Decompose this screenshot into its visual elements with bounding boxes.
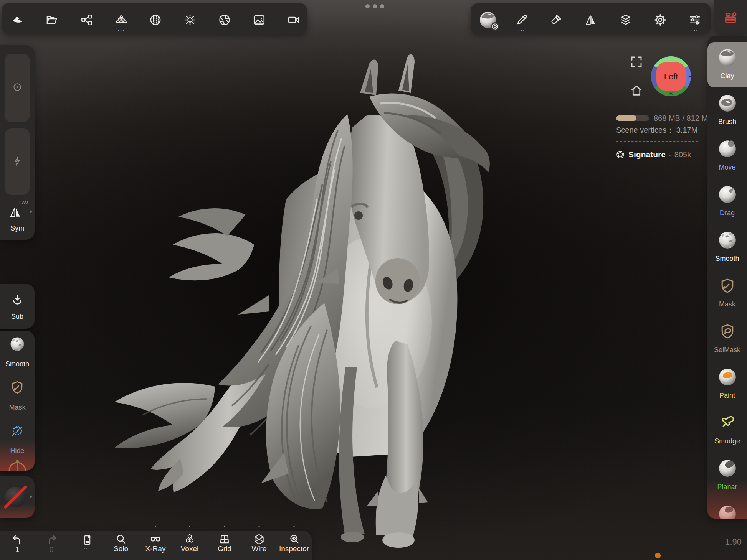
shortcut-smooth[interactable]: Smooth	[0, 333, 35, 372]
smudge-finger-icon	[719, 414, 736, 432]
signature-label: Signature	[628, 150, 666, 159]
undo-button[interactable]: 1	[1, 534, 34, 554]
redo-button[interactable]: 0	[35, 534, 68, 554]
node-graph-icon[interactable]	[75, 8, 98, 31]
app-logo-icon[interactable]	[6, 8, 29, 31]
app-stage: ... ...... Clay Brush Move Drag SmoothMa…	[0, 0, 747, 560]
undo-count: 1	[1, 545, 34, 554]
toggle-voxel[interactable]: Voxel	[173, 533, 206, 553]
wire-icon	[243, 533, 276, 545]
ball-paint-icon	[718, 367, 737, 387]
ball-brush-icon	[718, 94, 737, 113]
memory-bar	[616, 115, 649, 121]
falloff-expand-caret[interactable]	[28, 494, 34, 499]
settings-icon[interactable]	[649, 8, 672, 31]
top-toolbar-left: ...	[2, 3, 307, 34]
sym-expand-caret[interactable]	[28, 209, 34, 214]
options-caret	[292, 525, 296, 528]
sym-mirror-icon	[8, 205, 22, 219]
toolbox-corner-panel	[714, 0, 747, 34]
shortcut-panel: SmoothMaskHide	[0, 331, 35, 471]
symmetry-icon[interactable]	[579, 8, 602, 31]
fullscreen-icon[interactable]	[630, 55, 643, 69]
tool-label: Paint	[707, 392, 747, 400]
memory-bar-fill	[616, 115, 636, 121]
sym-mode-label: L/W	[19, 200, 28, 206]
options-caret	[153, 525, 158, 528]
layers-icon[interactable]	[614, 8, 637, 31]
shield-lasso-icon	[719, 323, 736, 340]
record-indicator-dot	[655, 553, 661, 558]
window-handle[interactable]	[365, 4, 384, 8]
toolbox-icon[interactable]	[722, 9, 739, 26]
handle-dot	[365, 4, 370, 8]
sym-label: Sym	[0, 224, 35, 232]
shield-brush-icon	[719, 277, 736, 295]
multires-icon-overflow-dots: ...	[118, 27, 125, 31]
svg-text:F: F	[688, 74, 691, 79]
background-image-icon[interactable]	[248, 8, 271, 31]
falloff-panel[interactable]	[0, 476, 35, 518]
toggle-label: Wire	[243, 545, 276, 553]
scene-vertices: Scene vertices： 3.17M	[616, 125, 697, 135]
handle-dot	[373, 4, 377, 8]
shortcut-label: Mask	[0, 404, 35, 412]
matcap-icon[interactable]	[144, 8, 167, 31]
lighting-icon[interactable]	[178, 8, 202, 31]
history-menu-button[interactable]: ...	[71, 534, 104, 549]
symmetry-toggle[interactable]: L/W Sym	[0, 197, 35, 237]
tool-label: Brush	[707, 118, 747, 126]
paintbrush-icon[interactable]	[544, 8, 567, 31]
subdivide-icon	[10, 293, 24, 307]
gizmo-face-label: Left	[664, 72, 678, 81]
home-view-icon[interactable]	[630, 84, 643, 97]
signature-row[interactable]: Signature · 805k	[615, 150, 691, 160]
turntable-icon[interactable]	[282, 8, 305, 31]
options-caret	[222, 525, 227, 528]
tool-label: SelMask	[707, 346, 747, 354]
sliders-icon-overflow-dots: ...	[691, 27, 699, 31]
ball-drag-icon	[718, 185, 737, 204]
svg-text:B: B	[669, 91, 673, 96]
toggle-wire[interactable]: Wire	[243, 533, 276, 553]
tool-rail: Clay Brush Move Drag SmoothMaskSelMask P…	[707, 36, 747, 519]
ball-clay-icon	[718, 48, 737, 67]
orientation-gizmo[interactable]: Left F B	[651, 56, 691, 97]
intensity-slider[interactable]	[5, 128, 30, 195]
shield-brush-icon	[10, 380, 25, 395]
ball-smooth-icon	[718, 231, 737, 250]
ball-smooth-sm-icon	[10, 336, 25, 352]
material-sphere-icon[interactable]	[476, 8, 499, 31]
sub-label: Sub	[0, 313, 35, 321]
toggle-label: Inspector	[278, 545, 311, 553]
zoom-level: 1.90	[715, 537, 742, 547]
files-icon[interactable]	[40, 8, 63, 31]
top-toolbar-right: ......	[471, 3, 711, 34]
redo-count: 0	[35, 545, 68, 554]
voxel-icon	[173, 533, 206, 545]
memory-text: 868 MB / 812 M	[654, 114, 709, 123]
shortcut-mask[interactable]: Mask	[0, 377, 35, 415]
camera-icon[interactable]	[213, 8, 236, 31]
inspector-icon	[278, 533, 311, 545]
xray-icon	[139, 533, 172, 545]
toggle-x-ray[interactable]: X-Ray	[139, 533, 172, 553]
toggle-label: Grid	[208, 545, 241, 553]
signature-sphere-icon	[615, 150, 625, 160]
toggle-grid[interactable]: Grid	[208, 533, 241, 553]
tool-label: Smudge	[707, 437, 747, 445]
tool-label: Move	[707, 163, 747, 171]
toggle-solo[interactable]: Solo	[104, 533, 137, 553]
tool-label: Clay	[707, 72, 747, 80]
toggle-label: Voxel	[173, 545, 206, 553]
shortcut-label: Smooth	[0, 360, 35, 368]
toggle-inspector[interactable]: Inspector	[278, 533, 311, 553]
history-menu-dots: ...	[71, 545, 104, 549]
grid-icon	[208, 533, 241, 545]
radius-slider[interactable]	[5, 54, 30, 122]
signature-value: 805k	[674, 150, 691, 159]
left-slider-panel: L/W Sym	[0, 45, 35, 240]
sub-panel[interactable]: Sub	[0, 284, 35, 329]
ball-move-icon	[718, 139, 737, 158]
options-caret	[187, 525, 192, 528]
